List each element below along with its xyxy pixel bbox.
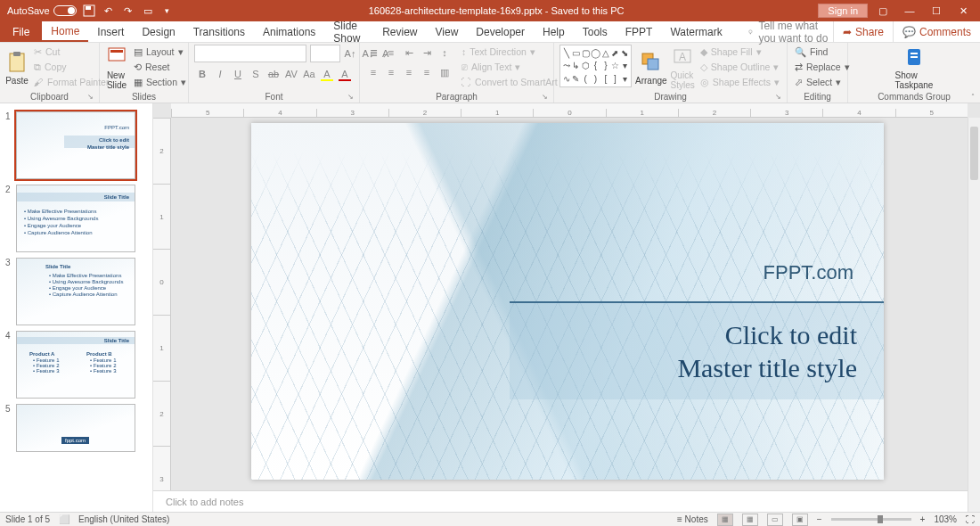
slide-canvas[interactable]: FPPT.com Click to edit Master title styl…	[251, 123, 884, 480]
language-status[interactable]: English (United States)	[78, 514, 169, 524]
comments-button[interactable]: 💬Comments	[893, 21, 980, 42]
redo-icon[interactable]: ↷	[121, 4, 135, 18]
decrease-indent-icon[interactable]: ⇤	[401, 45, 417, 61]
shape-outline-button[interactable]: ◇Shape Outline ▾	[698, 60, 781, 74]
spellcheck-icon[interactable]: ⬜	[59, 514, 69, 524]
line-spacing-icon[interactable]: ↕	[437, 45, 453, 61]
tab-tools[interactable]: Tools	[574, 21, 617, 42]
align-center-icon[interactable]: ≡	[383, 64, 399, 80]
zoom-slider[interactable]	[831, 518, 911, 521]
numbering-icon[interactable]: ≡	[383, 45, 399, 61]
thumbnail-slide-1[interactable]: FPPT.com Click to edit Master title styl…	[16, 111, 135, 179]
shadow-button[interactable]: S	[248, 66, 264, 82]
zoom-out-icon[interactable]: −	[817, 514, 822, 524]
columns-icon[interactable]: ▥	[437, 64, 453, 80]
show-taskpane-button[interactable]: Show Taskpane	[889, 45, 939, 91]
align-left-icon[interactable]: ≡	[365, 64, 381, 80]
highlight-icon[interactable]: A	[319, 66, 335, 82]
notes-toggle[interactable]: ≡ Notes	[677, 514, 708, 524]
section-button[interactable]: ▦Section ▾	[132, 75, 188, 89]
slide-counter[interactable]: Slide 1 of 5	[5, 514, 50, 524]
dialog-launcher-icon[interactable]: ↘	[87, 93, 94, 101]
select-button[interactable]: ⬀Select ▾	[793, 75, 852, 89]
italic-button[interactable]: I	[212, 66, 228, 82]
font-name-combo[interactable]	[194, 45, 306, 62]
justify-icon[interactable]: ≡	[419, 64, 435, 80]
tab-view[interactable]: View	[427, 21, 468, 42]
zoom-in-icon[interactable]: +	[920, 514, 926, 524]
layout-button[interactable]: ▤Layout ▾	[132, 45, 188, 59]
tab-transitions[interactable]: Transitions	[184, 21, 254, 42]
close-icon[interactable]: ✕	[951, 2, 975, 20]
thumbnail-slide-4[interactable]: Slide Title Product A • Feature 1 • Feat…	[16, 331, 135, 399]
vertical-ruler[interactable]: 210123	[153, 118, 171, 512]
dialog-launcher-icon[interactable]: ↘	[542, 93, 548, 101]
tab-design[interactable]: Design	[133, 21, 184, 42]
bold-button[interactable]: B	[194, 66, 210, 82]
tab-review[interactable]: Review	[373, 21, 426, 42]
replace-button[interactable]: ⇄Replace ▾	[793, 60, 852, 74]
thumbnail-slide-2[interactable]: Slide Title • Make Effective Presentatio…	[16, 185, 135, 252]
shape-effects-button[interactable]: ◎Shape Effects ▾	[698, 75, 781, 89]
dialog-launcher-icon[interactable]: ↘	[347, 93, 354, 101]
fit-to-window-icon[interactable]: ⛶	[966, 514, 975, 524]
tab-slideshow[interactable]: Slide Show	[324, 21, 373, 42]
brand-text[interactable]: FPPT.com	[764, 261, 853, 284]
thumbnail-slide-3[interactable]: Slide Title • Make Effective Presentatio…	[16, 258, 135, 325]
thumbnail-slide-5[interactable]: fppt.com	[16, 404, 135, 452]
qat-customize-icon[interactable]: ▾	[160, 4, 175, 18]
underline-button[interactable]: U	[230, 66, 246, 82]
text-direction-button[interactable]: ↕Text Direction ▾	[460, 45, 568, 59]
save-icon[interactable]	[82, 4, 96, 18]
align-text-button[interactable]: ⎚Align Text ▾	[460, 60, 568, 74]
slide-thumbnail-panel[interactable]: 1 FPPT.com Click to edit Master title st…	[0, 103, 153, 512]
reading-view-icon[interactable]: ▭	[767, 514, 783, 526]
find-button[interactable]: 🔍Find	[793, 45, 852, 59]
tab-developer[interactable]: Developer	[467, 21, 534, 42]
increase-indent-icon[interactable]: ⇥	[419, 45, 435, 61]
scroll-thumb[interactable]	[970, 127, 978, 180]
notes-pane[interactable]: Click to add notes	[153, 490, 968, 512]
reset-button[interactable]: ⟲Reset	[132, 60, 188, 74]
title-placeholder[interactable]: Click to edit Master title style	[510, 301, 884, 399]
maximize-icon[interactable]: ☐	[925, 2, 948, 20]
grow-font-icon[interactable]: A↑	[342, 45, 358, 62]
quick-styles-button[interactable]: A Quick Styles	[671, 45, 695, 91]
tab-fppt[interactable]: FPPT	[617, 21, 662, 42]
sign-in-button[interactable]: Sign in	[818, 4, 868, 18]
normal-view-icon[interactable]: ▦	[717, 514, 733, 526]
tab-insert[interactable]: Insert	[88, 21, 133, 42]
tab-watermark[interactable]: Watermark	[661, 21, 731, 42]
bullets-icon[interactable]: ≣	[365, 45, 381, 61]
font-size-combo[interactable]	[310, 45, 340, 62]
change-case-icon[interactable]: Aa	[301, 66, 317, 82]
shapes-gallery[interactable]: ╲▭▢◯△⬈⬊ ⤳↳⬡{}☆▾ ∿✎()[]▾	[559, 45, 632, 87]
share-button[interactable]: ➦Share	[833, 21, 893, 42]
slideshow-view-icon[interactable]: ▣	[792, 514, 808, 526]
file-tab[interactable]: File	[0, 21, 42, 42]
collapse-ribbon-icon[interactable]: ˄	[971, 93, 975, 101]
paste-button[interactable]: Paste	[5, 45, 29, 91]
ribbon-display-icon[interactable]: ▢	[871, 2, 894, 20]
align-right-icon[interactable]: ≡	[401, 64, 417, 80]
new-slide-button[interactable]: New Slide	[105, 45, 128, 91]
zoom-level[interactable]: 103%	[934, 514, 957, 524]
dialog-launcher-icon[interactable]: ↘	[775, 93, 781, 101]
autosave-toggle[interactable]: AutoSave	[7, 5, 77, 16]
undo-icon[interactable]: ↶	[102, 4, 116, 18]
vertical-scrollbar[interactable]	[968, 118, 980, 512]
arrange-button[interactable]: Arrange	[635, 45, 667, 91]
font-color-icon[interactable]: A	[337, 66, 353, 82]
tab-help[interactable]: Help	[534, 21, 574, 42]
tab-animations[interactable]: Animations	[254, 21, 324, 42]
horizontal-ruler[interactable]: 54321012345	[171, 103, 968, 118]
tab-home[interactable]: Home	[42, 21, 88, 42]
tell-me-search[interactable]: Tell me what you want to do	[747, 21, 833, 42]
char-spacing-icon[interactable]: AV	[283, 66, 299, 82]
minimize-icon[interactable]: —	[898, 2, 921, 20]
strike-button[interactable]: ab	[265, 66, 282, 82]
start-from-beginning-icon[interactable]: ▭	[141, 4, 155, 18]
sorter-view-icon[interactable]: ▦	[742, 514, 758, 526]
convert-smartart-button[interactable]: ⛶Convert to SmartArt ▾	[460, 75, 568, 89]
shape-fill-button[interactable]: ◆Shape Fill ▾	[698, 45, 781, 59]
